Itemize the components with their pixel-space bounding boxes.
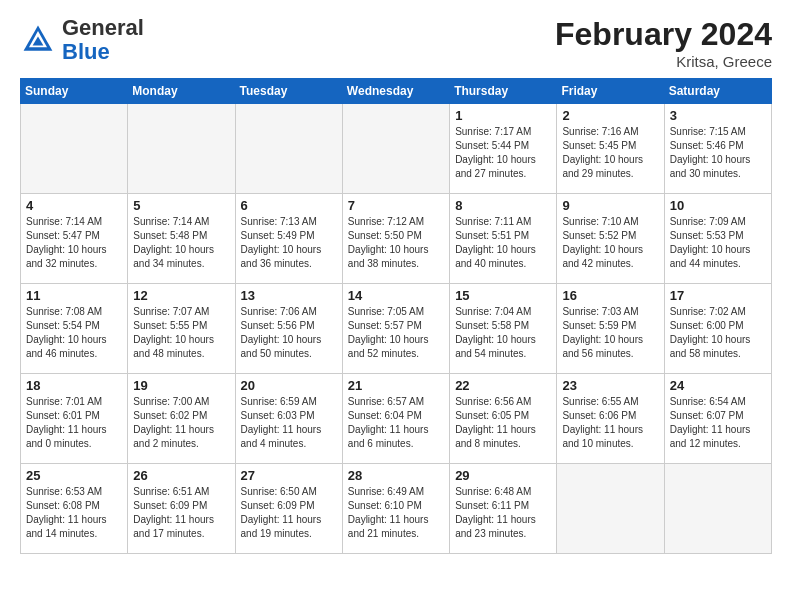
calendar-header-row: SundayMondayTuesdayWednesdayThursdayFrid…	[21, 79, 772, 104]
day-number: 9	[562, 198, 658, 213]
day-number: 13	[241, 288, 337, 303]
day-cell: 22Sunrise: 6:56 AMSunset: 6:05 PMDayligh…	[450, 374, 557, 464]
day-info: Sunrise: 6:57 AMSunset: 6:04 PMDaylight:…	[348, 395, 444, 451]
day-cell: 28Sunrise: 6:49 AMSunset: 6:10 PMDayligh…	[342, 464, 449, 554]
header-friday: Friday	[557, 79, 664, 104]
header-thursday: Thursday	[450, 79, 557, 104]
day-number: 8	[455, 198, 551, 213]
day-cell: 8Sunrise: 7:11 AMSunset: 5:51 PMDaylight…	[450, 194, 557, 284]
day-info: Sunrise: 6:55 AMSunset: 6:06 PMDaylight:…	[562, 395, 658, 451]
page-header: General Blue February 2024 Kritsa, Greec…	[20, 16, 772, 70]
day-number: 27	[241, 468, 337, 483]
day-number: 15	[455, 288, 551, 303]
day-cell: 18Sunrise: 7:01 AMSunset: 6:01 PMDayligh…	[21, 374, 128, 464]
header-tuesday: Tuesday	[235, 79, 342, 104]
day-cell: 12Sunrise: 7:07 AMSunset: 5:55 PMDayligh…	[128, 284, 235, 374]
day-cell	[235, 104, 342, 194]
day-cell: 4Sunrise: 7:14 AMSunset: 5:47 PMDaylight…	[21, 194, 128, 284]
day-number: 18	[26, 378, 122, 393]
day-cell	[128, 104, 235, 194]
day-cell: 1Sunrise: 7:17 AMSunset: 5:44 PMDaylight…	[450, 104, 557, 194]
header-sunday: Sunday	[21, 79, 128, 104]
day-info: Sunrise: 7:04 AMSunset: 5:58 PMDaylight:…	[455, 305, 551, 361]
day-cell	[342, 104, 449, 194]
day-number: 26	[133, 468, 229, 483]
day-number: 6	[241, 198, 337, 213]
day-info: Sunrise: 7:12 AMSunset: 5:50 PMDaylight:…	[348, 215, 444, 271]
day-cell: 3Sunrise: 7:15 AMSunset: 5:46 PMDaylight…	[664, 104, 771, 194]
day-number: 21	[348, 378, 444, 393]
day-cell: 25Sunrise: 6:53 AMSunset: 6:08 PMDayligh…	[21, 464, 128, 554]
day-number: 2	[562, 108, 658, 123]
day-cell: 13Sunrise: 7:06 AMSunset: 5:56 PMDayligh…	[235, 284, 342, 374]
day-cell: 19Sunrise: 7:00 AMSunset: 6:02 PMDayligh…	[128, 374, 235, 464]
day-cell: 10Sunrise: 7:09 AMSunset: 5:53 PMDayligh…	[664, 194, 771, 284]
week-row-2: 4Sunrise: 7:14 AMSunset: 5:47 PMDaylight…	[21, 194, 772, 284]
month-title: February 2024	[555, 16, 772, 53]
day-cell: 11Sunrise: 7:08 AMSunset: 5:54 PMDayligh…	[21, 284, 128, 374]
day-info: Sunrise: 7:07 AMSunset: 5:55 PMDaylight:…	[133, 305, 229, 361]
day-info: Sunrise: 7:05 AMSunset: 5:57 PMDaylight:…	[348, 305, 444, 361]
day-number: 16	[562, 288, 658, 303]
day-info: Sunrise: 6:54 AMSunset: 6:07 PMDaylight:…	[670, 395, 766, 451]
day-number: 10	[670, 198, 766, 213]
day-cell: 20Sunrise: 6:59 AMSunset: 6:03 PMDayligh…	[235, 374, 342, 464]
day-cell: 23Sunrise: 6:55 AMSunset: 6:06 PMDayligh…	[557, 374, 664, 464]
day-cell	[21, 104, 128, 194]
day-number: 14	[348, 288, 444, 303]
day-info: Sunrise: 6:53 AMSunset: 6:08 PMDaylight:…	[26, 485, 122, 541]
day-info: Sunrise: 7:10 AMSunset: 5:52 PMDaylight:…	[562, 215, 658, 271]
location: Kritsa, Greece	[555, 53, 772, 70]
day-cell	[557, 464, 664, 554]
day-info: Sunrise: 7:16 AMSunset: 5:45 PMDaylight:…	[562, 125, 658, 181]
day-info: Sunrise: 6:56 AMSunset: 6:05 PMDaylight:…	[455, 395, 551, 451]
logo: General Blue	[20, 16, 144, 64]
day-cell: 14Sunrise: 7:05 AMSunset: 5:57 PMDayligh…	[342, 284, 449, 374]
day-number: 7	[348, 198, 444, 213]
day-number: 4	[26, 198, 122, 213]
day-number: 5	[133, 198, 229, 213]
week-row-5: 25Sunrise: 6:53 AMSunset: 6:08 PMDayligh…	[21, 464, 772, 554]
day-info: Sunrise: 7:11 AMSunset: 5:51 PMDaylight:…	[455, 215, 551, 271]
day-cell: 16Sunrise: 7:03 AMSunset: 5:59 PMDayligh…	[557, 284, 664, 374]
day-number: 28	[348, 468, 444, 483]
day-cell: 6Sunrise: 7:13 AMSunset: 5:49 PMDaylight…	[235, 194, 342, 284]
day-info: Sunrise: 7:17 AMSunset: 5:44 PMDaylight:…	[455, 125, 551, 181]
day-number: 22	[455, 378, 551, 393]
day-cell: 29Sunrise: 6:48 AMSunset: 6:11 PMDayligh…	[450, 464, 557, 554]
day-info: Sunrise: 7:08 AMSunset: 5:54 PMDaylight:…	[26, 305, 122, 361]
day-number: 12	[133, 288, 229, 303]
week-row-1: 1Sunrise: 7:17 AMSunset: 5:44 PMDaylight…	[21, 104, 772, 194]
day-number: 3	[670, 108, 766, 123]
day-info: Sunrise: 6:59 AMSunset: 6:03 PMDaylight:…	[241, 395, 337, 451]
day-info: Sunrise: 7:14 AMSunset: 5:48 PMDaylight:…	[133, 215, 229, 271]
day-number: 25	[26, 468, 122, 483]
day-info: Sunrise: 7:03 AMSunset: 5:59 PMDaylight:…	[562, 305, 658, 361]
day-info: Sunrise: 7:06 AMSunset: 5:56 PMDaylight:…	[241, 305, 337, 361]
day-number: 23	[562, 378, 658, 393]
day-info: Sunrise: 6:48 AMSunset: 6:11 PMDaylight:…	[455, 485, 551, 541]
logo-icon	[20, 22, 56, 58]
day-info: Sunrise: 7:13 AMSunset: 5:49 PMDaylight:…	[241, 215, 337, 271]
day-info: Sunrise: 7:14 AMSunset: 5:47 PMDaylight:…	[26, 215, 122, 271]
day-cell: 5Sunrise: 7:14 AMSunset: 5:48 PMDaylight…	[128, 194, 235, 284]
week-row-4: 18Sunrise: 7:01 AMSunset: 6:01 PMDayligh…	[21, 374, 772, 464]
day-cell: 17Sunrise: 7:02 AMSunset: 6:00 PMDayligh…	[664, 284, 771, 374]
day-info: Sunrise: 7:01 AMSunset: 6:01 PMDaylight:…	[26, 395, 122, 451]
day-number: 11	[26, 288, 122, 303]
calendar-table: SundayMondayTuesdayWednesdayThursdayFrid…	[20, 78, 772, 554]
day-info: Sunrise: 6:50 AMSunset: 6:09 PMDaylight:…	[241, 485, 337, 541]
day-info: Sunrise: 7:09 AMSunset: 5:53 PMDaylight:…	[670, 215, 766, 271]
header-wednesday: Wednesday	[342, 79, 449, 104]
logo-general: General	[62, 15, 144, 40]
logo-blue: Blue	[62, 39, 110, 64]
header-saturday: Saturday	[664, 79, 771, 104]
week-row-3: 11Sunrise: 7:08 AMSunset: 5:54 PMDayligh…	[21, 284, 772, 374]
day-number: 1	[455, 108, 551, 123]
day-info: Sunrise: 7:02 AMSunset: 6:00 PMDaylight:…	[670, 305, 766, 361]
header-monday: Monday	[128, 79, 235, 104]
day-cell	[664, 464, 771, 554]
day-number: 24	[670, 378, 766, 393]
day-number: 19	[133, 378, 229, 393]
logo-text: General Blue	[62, 16, 144, 64]
